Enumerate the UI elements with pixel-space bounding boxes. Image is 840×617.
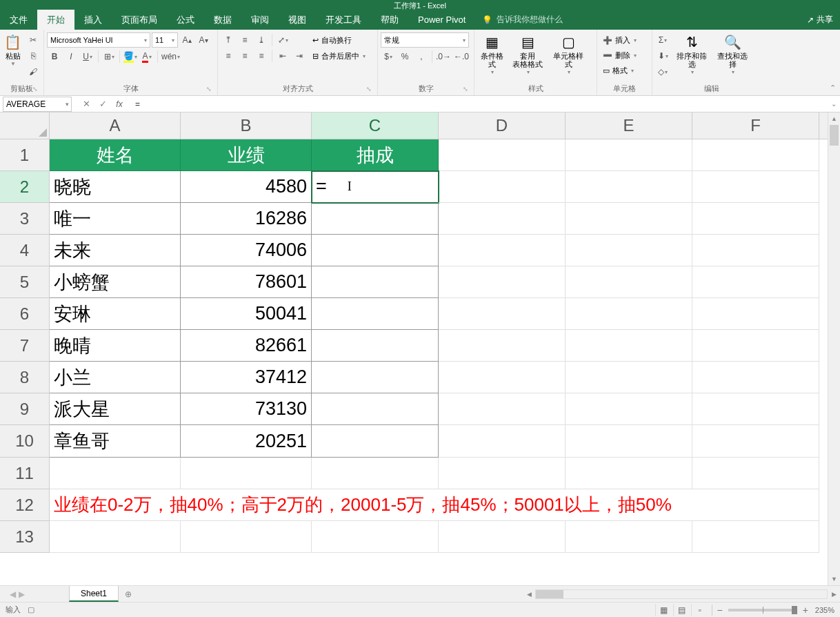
cell[interactable]: 小兰: [50, 362, 181, 393]
tab-pagelayout[interactable]: 页面布局: [112, 10, 167, 30]
row-head-8[interactable]: 8: [0, 362, 49, 393]
cell[interactable]: [692, 203, 819, 235]
cell[interactable]: [312, 362, 439, 393]
cell[interactable]: 唯一: [50, 203, 181, 235]
dialog-launcher-icon[interactable]: ⤡: [365, 86, 373, 94]
merge-center-button[interactable]: ⊟合并后居中▾: [310, 48, 368, 63]
phonetic-button[interactable]: wén▾: [161, 49, 181, 64]
scroll-down-button[interactable]: ▼: [828, 573, 840, 585]
cell[interactable]: [566, 330, 692, 362]
dialog-launcher-icon[interactable]: ⤡: [461, 86, 470, 94]
insert-cells-button[interactable]: ➕插入▾: [600, 32, 639, 48]
share-button[interactable]: ↗ 共享: [807, 10, 840, 30]
percent-button[interactable]: %: [397, 49, 412, 64]
row-head-3[interactable]: 3: [0, 203, 49, 235]
italic-button[interactable]: I: [63, 49, 79, 64]
col-head-A[interactable]: A: [50, 112, 181, 139]
cell[interactable]: [439, 521, 566, 553]
col-head-C[interactable]: C: [312, 112, 439, 139]
zoom-out-button[interactable]: −: [717, 605, 722, 616]
zoom-value[interactable]: 235%: [815, 606, 834, 614]
spreadsheet-grid[interactable]: ABCDEF 12345678910111213 姓名业绩抽成晓晓4580=I唯…: [0, 112, 840, 585]
tab-file[interactable]: 文件: [0, 10, 37, 30]
cell[interactable]: [566, 362, 692, 393]
tab-review[interactable]: 审阅: [241, 10, 279, 30]
cell[interactable]: [566, 521, 692, 553]
format-as-table-button[interactable]: ▤套用 表格格式▾: [509, 32, 546, 77]
cell[interactable]: 16286: [181, 203, 312, 235]
cell[interactable]: 20251: [181, 425, 312, 458]
col-head-E[interactable]: E: [566, 112, 692, 139]
tab-powerpivot[interactable]: Power Pivot: [408, 10, 475, 30]
cell[interactable]: [566, 458, 692, 489]
tab-formulas[interactable]: 公式: [167, 10, 204, 30]
cell[interactable]: 74006: [181, 235, 312, 266]
cell[interactable]: [692, 362, 819, 393]
cell[interactable]: [312, 521, 439, 553]
normal-view-button[interactable]: ▦: [655, 604, 672, 616]
cell[interactable]: 抽成: [312, 139, 439, 171]
comma-button[interactable]: ,: [414, 49, 429, 64]
row-head-13[interactable]: 13: [0, 521, 49, 553]
decrease-indent-button[interactable]: ⇤: [275, 48, 290, 63]
cell[interactable]: [312, 266, 439, 298]
cell[interactable]: 小螃蟹: [50, 266, 181, 298]
format-painter-button[interactable]: 🖌: [26, 64, 41, 79]
number-format-combo[interactable]: 常规▾: [381, 32, 469, 48]
row-head-2[interactable]: 2: [0, 171, 49, 203]
cell[interactable]: 37412: [181, 362, 312, 393]
cell[interactable]: [181, 521, 312, 553]
cell[interactable]: [312, 425, 439, 458]
scroll-up-button[interactable]: ▲: [828, 112, 840, 125]
row-head-11[interactable]: 11: [0, 458, 49, 489]
conditional-format-button[interactable]: ▦条件格式▾: [477, 32, 506, 77]
hscroll-track[interactable]: [535, 589, 828, 599]
decrease-decimal-button[interactable]: ←.0: [453, 49, 470, 64]
cell[interactable]: [692, 393, 819, 425]
align-left-button[interactable]: ≡: [221, 48, 236, 63]
wrap-text-button[interactable]: ↩自动换行: [310, 32, 368, 48]
cell[interactable]: [439, 203, 566, 235]
col-head-B[interactable]: B: [181, 112, 312, 139]
scroll-left-button[interactable]: ◀: [523, 588, 535, 600]
cell[interactable]: [439, 362, 566, 393]
vscroll-thumb[interactable]: [830, 125, 839, 146]
cell[interactable]: [566, 393, 692, 425]
align-center-button[interactable]: ≡: [237, 48, 252, 63]
cell[interactable]: [566, 203, 692, 235]
tab-home[interactable]: 开始: [37, 10, 74, 30]
cell[interactable]: 82661: [181, 330, 312, 362]
dialog-launcher-icon[interactable]: ⤡: [31, 86, 39, 94]
tab-help[interactable]: 帮助: [371, 10, 408, 30]
hscroll-thumb[interactable]: [536, 590, 563, 598]
cell[interactable]: 章鱼哥: [50, 425, 181, 458]
page-layout-view-button[interactable]: ▤: [673, 604, 690, 616]
cell[interactable]: [312, 458, 439, 489]
zoom-slider[interactable]: [728, 609, 797, 611]
insert-function-button[interactable]: fx: [112, 97, 127, 111]
cell[interactable]: [566, 139, 692, 171]
cell[interactable]: 安琳: [50, 298, 181, 330]
align-right-button[interactable]: ≡: [254, 48, 269, 63]
cell[interactable]: [439, 458, 566, 489]
cell[interactable]: [692, 235, 819, 266]
orientation-button[interactable]: ⤢▾: [275, 32, 290, 48]
decrease-font-button[interactable]: A▾: [196, 32, 211, 48]
cell[interactable]: 晚晴: [50, 330, 181, 362]
cell[interactable]: 50041: [181, 298, 312, 330]
cell[interactable]: [312, 393, 439, 425]
cell[interactable]: [439, 171, 566, 203]
tab-developer[interactable]: 开发工具: [316, 10, 371, 30]
row-head-7[interactable]: 7: [0, 330, 49, 362]
row-head-12[interactable]: 12: [0, 489, 49, 521]
row-head-10[interactable]: 10: [0, 425, 49, 458]
sheet-nav-arrows[interactable]: ◀ ▶: [0, 586, 34, 602]
collapse-ribbon-button[interactable]: ⌃: [830, 84, 836, 92]
increase-indent-button[interactable]: ⇥: [292, 48, 307, 63]
cell[interactable]: 晓晓: [50, 171, 181, 203]
cell[interactable]: [692, 266, 819, 298]
cell[interactable]: [439, 139, 566, 171]
delete-cells-button[interactable]: ➖删除▾: [600, 48, 639, 63]
tab-view[interactable]: 视图: [279, 10, 316, 30]
vertical-scrollbar[interactable]: ▲ ▼: [828, 112, 840, 585]
